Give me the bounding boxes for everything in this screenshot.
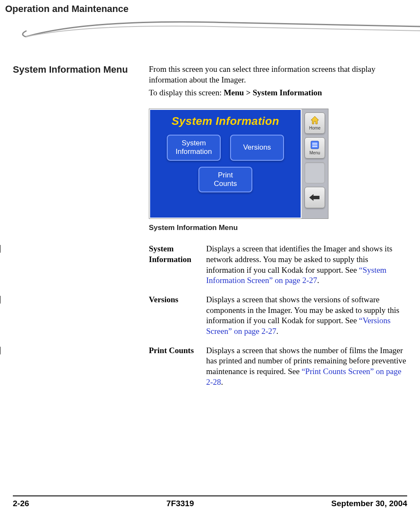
desc-tail: . bbox=[317, 276, 319, 285]
btn-line2: Counts bbox=[204, 180, 247, 188]
btn-line1: System bbox=[172, 139, 216, 147]
versions-button[interactable]: Versions bbox=[230, 135, 284, 161]
definition-row: Print Counts Displays a screen that show… bbox=[149, 345, 407, 388]
home-icon bbox=[310, 115, 320, 125]
def-term: Print Counts bbox=[149, 345, 206, 388]
btn-line2: Information bbox=[172, 147, 216, 156]
def-term: Versions bbox=[149, 295, 206, 337]
page-number: 2-26 bbox=[13, 499, 29, 508]
desc-tail: . bbox=[276, 327, 278, 336]
home-button[interactable]: Home bbox=[305, 112, 325, 134]
btn-label: Versions bbox=[243, 143, 271, 151]
document-id: 7F3319 bbox=[166, 499, 194, 508]
change-bar bbox=[0, 347, 0, 354]
definition-list: System Information Displays a screen tha… bbox=[149, 244, 407, 387]
desc-tail: . bbox=[221, 377, 223, 386]
change-bar bbox=[0, 245, 0, 253]
device-screenshot: System Information System Information Ve… bbox=[149, 109, 407, 219]
nav-prefix: To display this screen: bbox=[149, 88, 224, 97]
screen-title: System Information bbox=[150, 110, 301, 135]
page-footer: 2-26 7F3319 September 30, 2004 bbox=[0, 495, 420, 508]
term-text: Versions bbox=[149, 295, 178, 304]
btn-line1: Print bbox=[204, 171, 247, 180]
nav-instruction: To display this screen: Menu > System In… bbox=[149, 88, 407, 98]
document-date: September 30, 2004 bbox=[331, 499, 407, 508]
back-arrow-icon bbox=[308, 193, 321, 202]
menu-icon bbox=[310, 140, 320, 150]
change-bar bbox=[0, 296, 0, 304]
def-term: System Information bbox=[149, 244, 206, 286]
system-information-button[interactable]: System Information bbox=[167, 135, 221, 161]
chapter-title: Operation and Maintenance bbox=[0, 0, 420, 16]
side-placeholder bbox=[305, 162, 325, 183]
def-description: Displays a screen that shows the number … bbox=[206, 345, 407, 388]
print-counts-button[interactable]: Print Counts bbox=[198, 167, 252, 193]
menu-label: Menu bbox=[309, 150, 320, 156]
home-label: Home bbox=[309, 125, 321, 131]
intro-paragraph: From this screen you can select three in… bbox=[149, 64, 407, 85]
menu-button[interactable]: Menu bbox=[305, 137, 325, 159]
figure-caption: System Information Menu bbox=[149, 223, 407, 233]
nav-path: Menu > System Information bbox=[224, 88, 322, 97]
section-heading: System Information Menu bbox=[13, 64, 149, 75]
decorative-swoosh bbox=[0, 16, 420, 44]
back-button[interactable] bbox=[305, 187, 325, 208]
def-description: Displays a screen that shows the version… bbox=[206, 295, 407, 337]
def-description: Displays a screen that identifies the Im… bbox=[206, 244, 407, 286]
definition-row: System Information Displays a screen tha… bbox=[149, 244, 407, 286]
definition-row: Versions Displays a screen that shows th… bbox=[149, 295, 407, 337]
